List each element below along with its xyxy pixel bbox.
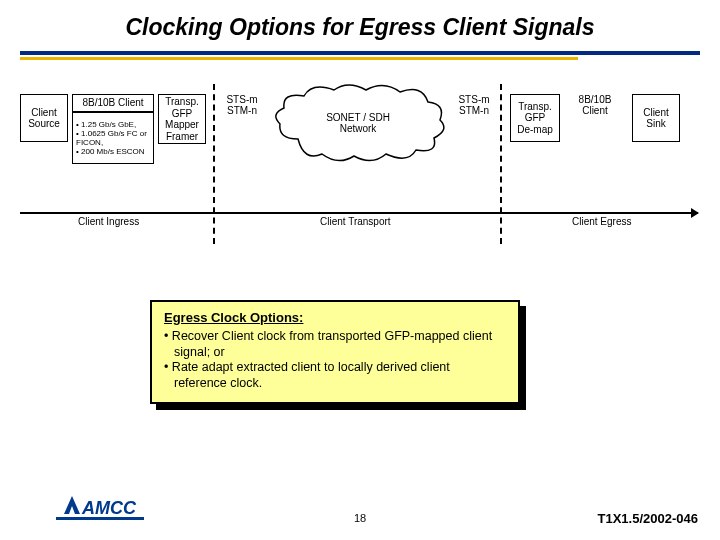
options-header: Egress Clock Options: [164, 310, 506, 325]
page-title: Clocking Options for Egress Client Signa… [0, 14, 720, 41]
options-item: • Rate adapt extracted client to locally… [164, 360, 506, 391]
options-item: • Recover Client clock from transported … [164, 329, 506, 360]
stage-egress-label: Client Egress [572, 216, 631, 227]
gfp-mapper-box: Transp. GFP Mapper Framer [158, 94, 206, 144]
client-rates-box: • 1.25 Gb/s GbE, • 1.0625 Gb/s FC or FIC… [72, 112, 154, 164]
client-sink-box: Client Sink [632, 94, 680, 142]
divider-2 [500, 84, 502, 244]
stage-transport-label: Client Transport [320, 216, 391, 227]
gfp-demap-box: Transp. GFP De-map [510, 94, 560, 142]
doc-id: T1X1.5/2002-046 [598, 511, 698, 526]
signal-diagram: Client Source 8B/10B Client • 1.25 Gb/s … [20, 84, 700, 254]
flow-arrow [20, 212, 698, 214]
sts-right-label: STS-m STM-n [452, 94, 496, 116]
client-source-box: Client Source [20, 94, 68, 142]
client-8b10b-out-label: 8B/10B Client [572, 94, 618, 116]
network-cloud-label: SONET / SDH Network [308, 112, 408, 134]
client-8b10b-box: 8B/10B Client [72, 94, 154, 112]
stage-ingress-label: Client Ingress [78, 216, 139, 227]
options-panel: Egress Clock Options: • Recover Client c… [150, 300, 520, 404]
options-list: • Recover Client clock from transported … [164, 329, 506, 392]
sts-left-label: STS-m STM-n [220, 94, 264, 116]
title-rule [20, 51, 700, 60]
divider-1 [213, 84, 215, 244]
